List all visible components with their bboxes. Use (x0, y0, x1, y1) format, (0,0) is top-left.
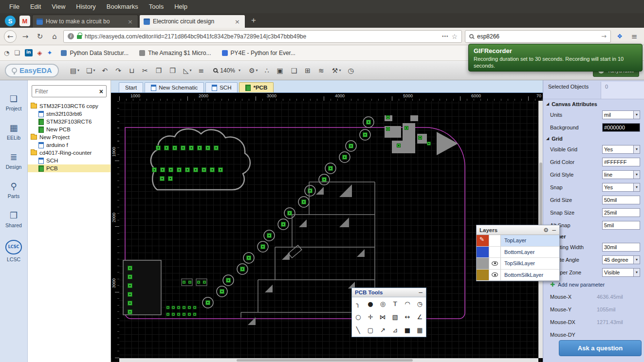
text-tool-icon[interactable]: T (389, 297, 401, 310)
settings-icon[interactable]: ⚙▾ (245, 65, 261, 76)
share-icon[interactable]: ∴ (261, 65, 274, 76)
layer-color-swatch[interactable]: ✎ (477, 247, 489, 258)
site-favicon-a[interactable]: ◈ (37, 49, 42, 56)
align-icon[interactable]: ◺▾ (180, 65, 195, 76)
circle-tool-icon[interactable]: ○ (352, 310, 364, 324)
menu-tools[interactable]: Tools (145, 1, 168, 12)
editor-tab-sch[interactable]: SCH (205, 82, 238, 92)
tree-item-arduino-f[interactable]: arduino f (28, 141, 110, 149)
attribute-input[interactable]: 30mil▾ (602, 243, 640, 252)
attribute-input[interactable]: Yes▾ (602, 145, 640, 154)
menu-view[interactable]: View (47, 1, 70, 12)
attribute-input[interactable]: 25mil▾ (602, 208, 640, 217)
editor-tab-new-schematic[interactable]: New Schematic (145, 82, 204, 92)
bookmark-item[interactable]: Python Data Structur... (61, 50, 129, 56)
attribute-input[interactable]: #000000▾ (602, 123, 640, 132)
tree-item-pcb[interactable]: PCB (28, 164, 110, 172)
copper-area-tool-icon[interactable]: ⋈ (377, 310, 389, 324)
search-go-icon[interactable]: → (601, 33, 607, 40)
image-tool-icon[interactable]: ▧ (389, 310, 401, 324)
home-button[interactable]: ⌂ (49, 32, 60, 41)
menu-edit[interactable]: Edit (26, 1, 45, 12)
document-menu-icon[interactable]: ▤▾ (67, 65, 83, 76)
layer-visibility-toggle[interactable] (489, 258, 501, 269)
layers-panel-header[interactable]: Layers ⚙ − (477, 225, 559, 235)
BottomSilkLayer[interactable]: ✎ BottomSilkLayer (477, 270, 559, 281)
select-tool-icon[interactable]: ▢ (364, 324, 376, 337)
arc-tool-icon[interactable]: ◠ (401, 297, 413, 310)
tools-icon[interactable]: ⚒▾ (329, 65, 345, 76)
sidebar-item-parts[interactable]: ⚲ Parts (0, 181, 27, 199)
layer-visibility-toggle[interactable] (489, 235, 501, 246)
pcb-tools-header[interactable]: PCB Tools − (352, 288, 426, 297)
gmail-pinned-tab-icon[interactable]: M (19, 16, 30, 26)
editor-tab-start[interactable]: Start (119, 82, 143, 92)
sidebar-item-lcsc[interactable]: LCSC LCSC (0, 240, 27, 262)
rect-tool-icon[interactable]: ■ (401, 324, 413, 337)
search-input[interactable]: esp8266 (477, 33, 598, 40)
attribute-input[interactable]: Yes▾ (602, 183, 640, 192)
new-tab-button[interactable]: + (246, 15, 261, 28)
attribute-input[interactable]: line▾ (602, 170, 640, 179)
url-bar[interactable]: i https://easyeda.com/editor#id=2171d864… (63, 30, 462, 43)
filter-input[interactable] (35, 88, 97, 95)
page-actions-icon[interactable]: ••• (442, 34, 449, 39)
attribute-input[interactable]: 45 degree▾ (602, 255, 640, 264)
paste-icon[interactable]: ❒ (166, 65, 180, 76)
tree-item-stm32f103rct6-copy[interactable]: STM32F103RCT6 copy (28, 102, 110, 110)
tree-item-stm32f103rbt6[interactable]: stm32f103rbt6 (28, 110, 110, 118)
tree-item-new-project[interactable]: New Project (28, 133, 110, 141)
open-folder-icon[interactable]: ❏▾ (83, 65, 99, 76)
clear-filter-icon[interactable]: × (99, 88, 103, 95)
zoom-control[interactable]: 140% ▾ (209, 66, 244, 75)
recently-used-icon[interactable]: ◔ (4, 49, 9, 56)
site-favicon-b[interactable]: ✦ (47, 49, 53, 56)
scrollbar-thumb[interactable] (237, 359, 413, 362)
reload-button[interactable]: ↻ (34, 32, 46, 41)
layer-color-swatch[interactable]: ✎ (477, 270, 489, 281)
bookmarks-folder-icon[interactable]: ❏ (14, 49, 20, 56)
via-tool-icon[interactable]: ◎ (377, 297, 389, 310)
line-tool-icon[interactable]: ╲ (352, 324, 364, 337)
tab-electronic-circuit-design[interactable]: Electronic circuit design × (139, 15, 245, 28)
bookmark-item[interactable]: PY4E - Python for Ever... (222, 50, 295, 56)
copy-icon[interactable]: ❐ (152, 65, 166, 76)
export-icon[interactable]: ❑ (288, 65, 302, 76)
skype-pinned-tab-icon[interactable]: S (5, 16, 16, 26)
tab-close-icon[interactable]: × (127, 18, 134, 25)
linkedin-icon[interactable]: in (25, 49, 33, 56)
menu-file[interactable]: File (5, 1, 24, 12)
sidebar-item-shared[interactable]: ❒ Shared (0, 211, 27, 228)
tab-close-icon[interactable]: × (234, 18, 241, 25)
tree-item-cd4017-ring-counter[interactable]: cd4017-Ring-counter (28, 149, 110, 157)
attribute-input[interactable]: 5mil▾ (602, 221, 640, 230)
BottomLayer[interactable]: ✎ BottomLayer (477, 247, 559, 258)
back-button[interactable]: ← (4, 30, 17, 43)
layer-visibility-toggle[interactable] (489, 247, 501, 258)
easyeda-logo[interactable]: EasyEDA (5, 64, 59, 77)
cut-icon[interactable]: ✂ (139, 65, 152, 76)
attribute-input[interactable]: Visible▾ (602, 268, 640, 277)
distribute-icon[interactable]: ≡ (195, 65, 209, 76)
history-icon[interactable]: ◷ (344, 65, 358, 76)
pad-tool-icon[interactable]: ● (364, 297, 376, 310)
layers-settings-icon[interactable]: ⚙ (543, 227, 549, 234)
bookmark-star-icon[interactable]: ☆ (451, 33, 458, 40)
url-text[interactable]: https://easyeda.com/editor#id=2171d864bc… (85, 33, 439, 40)
camera-icon[interactable]: ▣ (274, 65, 288, 76)
track-tool-icon[interactable]: ╮ (352, 297, 364, 310)
menu-history[interactable]: History (72, 1, 100, 12)
forward-button[interactable]: → (19, 32, 31, 41)
hamburger-menu-icon[interactable]: ≡ (628, 32, 640, 41)
layers-minimize-icon[interactable]: − (552, 227, 556, 234)
ask-a-question-button[interactable]: Ask a question (559, 340, 642, 356)
tree-item-stm32f103rct6[interactable]: STM32F103RCT6 (28, 118, 110, 126)
editor-tab-pcb[interactable]: *PCB (239, 82, 274, 92)
delete-icon[interactable]: ⊔ (126, 65, 139, 76)
sidebar-item-design[interactable]: ≣ Design (0, 152, 27, 170)
attribute-input[interactable]: 50mil▾ (602, 196, 640, 204)
menu-bookmarks[interactable]: Bookmarks (102, 1, 143, 12)
sidebar-item-eelib[interactable]: ▦ EELib (0, 123, 27, 141)
section-canvas-attributes[interactable]: ◢ Canvas Attributes (543, 99, 644, 109)
pocket-icon[interactable]: ❖ (614, 33, 626, 40)
